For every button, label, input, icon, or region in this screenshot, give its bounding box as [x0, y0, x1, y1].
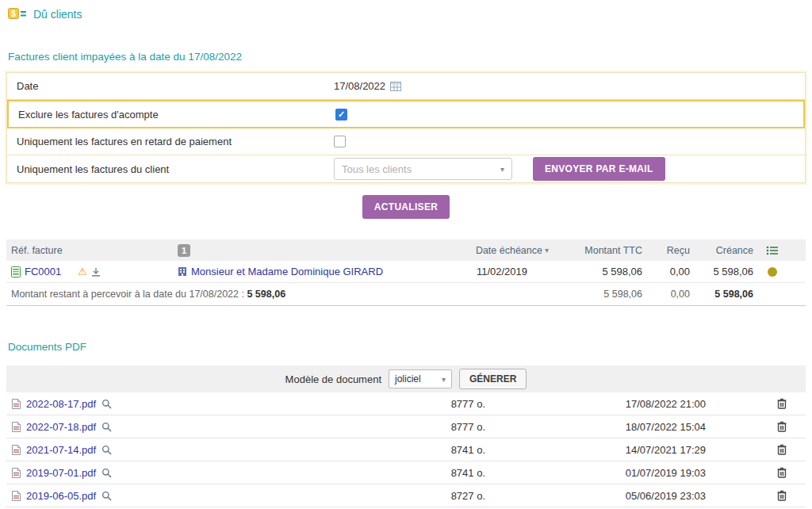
invoice-due-date: 11/02/2019 — [393, 266, 552, 277]
invoice-total-ttc: 5 598,06 — [552, 266, 647, 277]
pdf-file-date: 18/07/2022 15:04 — [520, 421, 758, 433]
remaining-amount-value: 5 598,06 — [247, 289, 285, 300]
pdf-file-row: 2019-07-01.pdf 8741 o. 01/07/2019 19:03 — [6, 461, 806, 484]
footer-receivable: 5 598,06 — [695, 289, 758, 300]
pdf-file-date: 01/07/2019 19:03 — [520, 467, 758, 479]
pdf-file-link[interactable]: 2022-08-17.pdf — [26, 398, 96, 410]
remaining-amount-text: Montant restant à percevoir à la date du… — [11, 289, 247, 300]
pdf-file-cell: 2022-08-17.pdf — [6, 398, 401, 410]
pdf-file-row: 2022-08-17.pdf 8777 o. 17/08/2022 21:00 — [6, 392, 806, 415]
exclude-deposit-checkbox[interactable] — [335, 109, 347, 121]
pdf-file-cell: 2022-07-18.pdf — [6, 421, 401, 433]
date-row: Date 17/08/2022 — [7, 73, 805, 100]
chevron-down-icon: ▾ — [442, 375, 446, 384]
footer-received: 0,00 — [647, 289, 695, 300]
download-icon[interactable] — [91, 267, 101, 277]
status-dot — [768, 267, 777, 277]
pdf-file-size: 8727 o. — [401, 490, 520, 502]
invoices-table-footer: Montant restant à percevoir à la date du… — [6, 283, 806, 306]
calendar-icon[interactable] — [390, 81, 401, 91]
pdf-file-size: 8741 o. — [401, 467, 520, 479]
page: $ Dû clients Factures client impayées à … — [0, 0, 812, 509]
pdf-table: Modèle de document joliciel ▾ GÉNERER — [6, 365, 806, 507]
pdf-file-row: 2019-06-05.pdf 8727 o. 05/06/2019 23:03 — [6, 484, 806, 507]
trash-icon[interactable] — [777, 398, 787, 409]
template-select[interactable]: joliciel ▾ — [389, 369, 452, 388]
pdf-file-link[interactable]: 2021-07-14.pdf — [26, 444, 96, 456]
col-ref[interactable]: Réf. facture — [6, 245, 173, 256]
pdf-file-row: 2021-07-14.pdf 8741 o. 14/07/2021 17:29 — [6, 438, 806, 461]
pdf-file-icon — [12, 422, 21, 432]
trash-icon[interactable] — [777, 421, 787, 432]
invoice-doc-icon — [11, 266, 21, 277]
late-only-checkbox[interactable] — [334, 136, 346, 147]
invoice-status-cell — [758, 267, 806, 277]
sort-caret-icon: ▾ — [545, 246, 549, 254]
warning-icon: ⚠ — [78, 266, 87, 277]
pdf-file-date: 05/06/2019 23:03 — [520, 490, 758, 502]
pdf-file-date: 17/08/2022 21:00 — [520, 398, 758, 410]
unpaid-invoices-title: Factures client impayées à la date du 17… — [8, 51, 804, 63]
col-total-ttc[interactable]: Montant TTC — [552, 245, 647, 256]
pdf-rows: 2022-08-17.pdf 8777 o. 17/08/2022 21:00 — [6, 392, 806, 507]
refresh-area: ACTUALISER — [6, 195, 806, 219]
exclude-deposit-label: Exclure les factures d'acompte — [18, 109, 335, 121]
pdf-file-link[interactable]: 2019-06-05.pdf — [26, 490, 96, 502]
invoice-received: 0,00 — [647, 266, 695, 277]
pdf-file-icon — [12, 468, 21, 478]
svg-text:$: $ — [11, 10, 16, 18]
col-received[interactable]: Reçu — [647, 245, 695, 256]
due-clients-money-icon: $ — [8, 7, 26, 21]
refresh-button[interactable]: ACTUALISER — [362, 195, 450, 219]
col-due-date-label: Date échéance — [476, 245, 542, 256]
generate-button[interactable]: GÉNERER — [459, 369, 527, 389]
send-email-button[interactable]: ENVOYER PAR E-MAIL — [533, 157, 665, 181]
preview-magnifier-icon[interactable] — [102, 445, 112, 455]
invoice-row: FC0001 ⚠ — [6, 261, 806, 283]
page-header: $ Dû clients — [6, 5, 806, 25]
client-select[interactable]: Tous les clients ▾ — [334, 158, 512, 180]
preview-magnifier-icon[interactable] — [102, 468, 112, 478]
client-filter-label: Uniquement les factures du client — [17, 163, 334, 175]
invoice-ref-link[interactable]: FC0001 — [25, 266, 61, 277]
col-due-date[interactable]: Date échéance ▾ — [393, 245, 552, 256]
pdf-file-cell: 2019-06-05.pdf — [6, 490, 401, 502]
pdf-file-size: 8777 o. — [401, 421, 520, 433]
building-icon — [178, 266, 187, 277]
invoice-client-link[interactable]: Monsieur et Madame Dominique GIRARD — [191, 266, 383, 277]
pdf-file-icon — [12, 445, 21, 455]
trash-icon[interactable] — [777, 490, 787, 501]
pdf-file-link[interactable]: 2019-07-01.pdf — [26, 467, 96, 479]
filter-form: Date 17/08/2022 Exclure les factures d'a… — [6, 72, 806, 183]
pdf-file-link[interactable]: 2022-07-18.pdf — [26, 421, 96, 433]
invoice-ref-cell: FC0001 ⚠ — [6, 266, 173, 277]
late-only-label: Uniquement les factures en retard de pai… — [17, 136, 334, 147]
late-only-row: Uniquement les factures en retard de pai… — [7, 128, 805, 155]
footer-total-ttc: 5 598,06 — [552, 289, 647, 300]
preview-magnifier-icon[interactable] — [102, 422, 112, 432]
invoice-receivable: 5 598,06 — [695, 266, 758, 277]
invoice-client-cell: Monsieur et Madame Dominique GIRARD — [173, 266, 393, 277]
client-select-value: Tous les clients — [342, 163, 412, 175]
trash-icon[interactable] — [777, 467, 787, 478]
pdf-file-cell: 2019-07-01.pdf — [6, 467, 401, 479]
preview-magnifier-icon[interactable] — [102, 491, 112, 501]
preview-magnifier-icon[interactable] — [102, 399, 112, 409]
pdf-file-icon — [12, 399, 21, 409]
pdf-trash-cell — [758, 421, 806, 432]
pdf-file-row: 2022-07-18.pdf 8777 o. 18/07/2022 15:04 — [6, 415, 806, 438]
pdf-file-date: 14/07/2021 17:29 — [520, 444, 758, 456]
pdf-trash-cell — [758, 490, 806, 501]
chevron-down-icon: ▾ — [500, 165, 504, 174]
trash-icon[interactable] — [777, 444, 787, 455]
pdf-trash-cell — [758, 467, 806, 478]
remaining-amount-label: Montant restant à percevoir à la date du… — [6, 289, 552, 300]
exclude-deposit-row: Exclure les factures d'acompte — [7, 100, 805, 128]
col-receivable[interactable]: Créance — [695, 245, 758, 256]
template-label: Modèle de document — [285, 373, 381, 385]
date-input[interactable]: 17/08/2022 — [334, 80, 385, 92]
list-view-icon[interactable] — [766, 246, 779, 255]
pdf-trash-cell — [758, 444, 806, 455]
pdf-trash-cell — [758, 398, 806, 409]
invoice-count-badge: 1 — [178, 244, 190, 257]
